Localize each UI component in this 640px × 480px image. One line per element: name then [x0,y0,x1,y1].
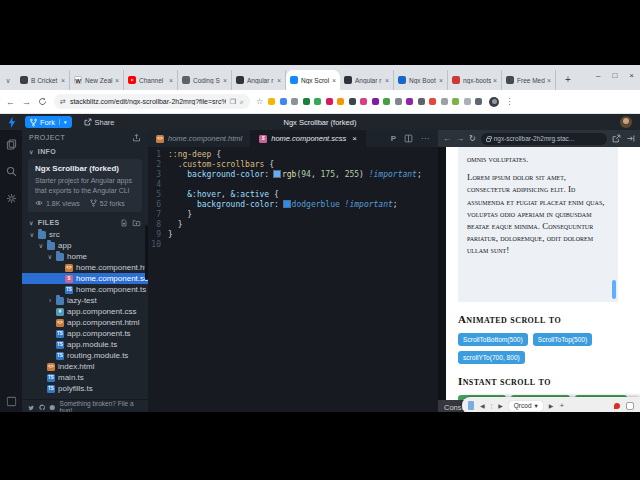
file-tree-item[interactable]: TSpolyfills.ts [22,383,148,394]
file-tree-item[interactable]: TShome.component.ts [22,284,148,295]
close-button[interactable]: × [629,71,634,80]
tab-close-icon[interactable]: × [223,77,227,84]
reading-list-icon[interactable]: ❐ [230,98,236,106]
browser-tab[interactable]: Angular r× [340,70,394,90]
extension-icon-15[interactable] [429,98,436,105]
overlay-square-button[interactable] [626,402,634,410]
browser-tab[interactable]: ngx-boots× [448,70,502,90]
color-swatch[interactable] [274,171,280,177]
settings-gear-icon[interactable] [6,193,17,204]
extension-icon-12[interactable] [395,98,402,105]
prettier-icon[interactable]: P [391,134,396,143]
file-tree-item[interactable]: TSapp.component.ts [22,328,148,339]
browser-tab[interactable]: B Cricket× [16,70,70,90]
extension-icon-2[interactable] [280,98,287,105]
github-icon[interactable] [39,404,46,411]
search-icon[interactable] [6,166,17,177]
browser-tab[interactable]: Ngx Boot× [394,70,448,90]
file-tree-item[interactable]: <>index.html [22,361,148,372]
browser-tab[interactable]: WNew Zeal× [70,70,124,90]
extension-icon-16[interactable] [441,98,448,105]
new-tab-button[interactable]: + [560,72,576,88]
overlay-next-icon[interactable]: ▶ [498,402,503,409]
split-editor-icon[interactable] [404,134,413,143]
share-button[interactable]: Share [84,118,115,127]
overlay-prev-icon[interactable]: ◀ [480,402,485,409]
reload-button[interactable] [38,97,47,106]
tab-close-icon[interactable]: × [61,77,65,84]
bookmark-star-icon[interactable]: ☆ [256,97,263,106]
extension-icon-18[interactable] [464,98,471,105]
stackblitz-logo-icon[interactable] [8,117,16,128]
overlay-play-icon[interactable]: ▶ [549,402,554,409]
tab-close-icon[interactable]: × [352,134,357,143]
forward-button[interactable]: → [22,97,31,107]
extension-icon-11[interactable] [383,98,390,105]
export-project-icon[interactable] [132,133,141,142]
fork-caret-icon[interactable]: ▾ [59,119,67,125]
extension-icon-7[interactable] [337,98,344,105]
browser-tab[interactable]: Ngx Scrol× [286,70,340,90]
custom-scrollbar-thumb[interactable] [612,280,616,299]
editor-tab[interactable]: Shome.component.scss× [251,130,366,147]
overlay-app-icon[interactable] [468,401,474,410]
extension-icon-14[interactable] [418,98,425,105]
fork-button[interactable]: Fork ▾ [25,116,72,128]
file-tree-item[interactable]: ›lazy-test [22,295,148,306]
sidebar-scrollbar[interactable] [145,225,148,280]
browser-tab[interactable]: Channel× [124,70,178,90]
file-tree-item[interactable]: ∨home [22,251,148,262]
color-swatch[interactable] [284,201,290,207]
file-tree-item[interactable]: #app.component.css [22,306,148,317]
address-bar[interactable]: ⇄ stackblitz.com/edit/ngx-scrollbar-2h2m… [54,94,250,109]
tab-search-icon[interactable]: ∨ [0,72,16,90]
dock-preview-icon[interactable] [626,134,635,143]
extension-icon-5[interactable] [314,98,321,105]
preview-forward-icon[interactable]: → [456,134,464,143]
file-tree-item[interactable]: <>home.component.html [22,262,148,273]
animated-scroll-button[interactable]: scrollYTo(700, 800) [458,351,525,364]
tab-close-icon[interactable]: × [277,77,281,84]
extension-icon-6[interactable] [326,98,333,105]
tab-close-icon[interactable]: × [115,77,119,84]
file-tree-item[interactable]: TSrouting.module.ts [22,350,148,361]
discord-icon[interactable] [49,404,56,411]
extension-icon-19[interactable] [475,98,482,105]
maximize-button[interactable]: □ [612,71,617,80]
back-button[interactable]: ← [6,97,15,107]
extension-icon-3[interactable] [291,98,298,105]
extension-icon-4[interactable] [303,98,310,105]
tab-close-icon[interactable]: × [332,77,336,84]
twitter-icon[interactable] [28,404,35,411]
new-folder-icon[interactable] [132,219,141,227]
tab-close-icon[interactable]: × [385,77,389,84]
overlay-add-icon[interactable]: + [559,401,564,410]
new-file-icon[interactable] [120,219,128,227]
file-a-bug-link[interactable]: Something broken? File a bug! [60,400,142,412]
extension-icon-17[interactable] [452,98,459,105]
extension-icon-8[interactable] [349,98,356,105]
info-section-header[interactable]: ∨ INFO [22,145,148,158]
tab-close-icon[interactable]: × [169,77,173,84]
file-tree-item[interactable]: TSapp.module.ts [22,339,148,350]
profile-avatar[interactable] [489,97,499,107]
file-tree-item[interactable]: ∨src [22,229,148,240]
browser-tab[interactable]: Coding S× [178,70,232,90]
tab-close-icon[interactable]: × [547,77,551,84]
preview-url-bar[interactable]: ngx-scrollbar-2h2mrg.stac... [481,133,607,145]
scrollable-text-box[interactable]: omnis voluptates. Lorem ipsum dolor sit … [458,147,618,302]
extension-icon-1[interactable] [268,98,275,105]
editor-tab[interactable]: <>home.component.html [148,130,251,147]
project-files-icon[interactable] [6,139,17,150]
code-area[interactable]: 1::ng-deep {2 .custom-scrollbars {3 back… [148,147,438,412]
browser-tab[interactable]: Angular r× [232,70,286,90]
browser-tab[interactable]: Free Med× [502,70,556,90]
files-section-header[interactable]: ∨ FILES [22,216,148,229]
preview-reload-icon[interactable]: ↻ [469,134,476,143]
extension-icon-9[interactable] [360,98,367,105]
animated-scroll-button[interactable]: ScrollToBottom(500) [458,333,528,346]
minimize-button[interactable]: – [596,71,600,80]
site-info-icon[interactable]: ⇄ [60,98,66,106]
open-in-new-tab-icon[interactable] [612,134,621,143]
zoom-icon[interactable]: ⌕ [240,98,244,106]
